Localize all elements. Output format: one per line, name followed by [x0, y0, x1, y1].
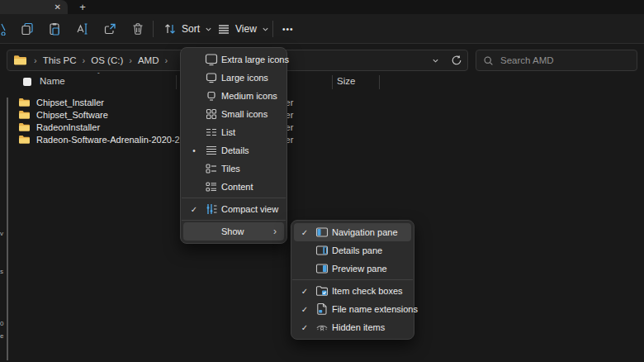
file-name: RadeonInstaller	[36, 122, 100, 132]
search-icon	[483, 55, 494, 66]
file-row[interactable]: Chipset_Software	[18, 108, 108, 121]
hidden-items-icon	[312, 321, 332, 334]
content-icon	[201, 180, 221, 193]
breadcrumb-amd[interactable]: AMD	[135, 55, 162, 65]
column-divider[interactable]	[379, 75, 380, 89]
large-icons-icon	[201, 71, 221, 84]
refresh-icon[interactable]	[451, 55, 462, 66]
sort-button[interactable]: Sort	[159, 18, 217, 40]
menu-item-list[interactable]: List	[183, 123, 284, 141]
file-name: Chipset_Installer	[36, 98, 104, 107]
details-pane-icon	[312, 244, 332, 257]
breadcrumb-sep-icon: ›	[31, 55, 40, 65]
view-label: View	[235, 23, 257, 35]
delete-icon[interactable]	[131, 22, 144, 36]
checkmark-icon: ✓	[297, 305, 312, 314]
breadcrumb-sep-icon: ›	[125, 55, 135, 65]
toolbar-separator	[153, 21, 154, 37]
folder-icon	[13, 55, 27, 66]
share-icon[interactable]	[103, 22, 116, 36]
show-submenu: ✓ Navigation pane Details pane Preview p…	[291, 220, 414, 340]
folder-icon	[18, 98, 31, 107]
command-toolbar: Sort View •••	[0, 14, 644, 44]
copy-icon[interactable]	[21, 22, 34, 36]
column-divider[interactable]	[332, 75, 333, 89]
file-row[interactable]: Radeon-Software-Adrenalin-2020-21.1...	[18, 133, 200, 145]
menu-item-content[interactable]: Content	[183, 178, 284, 196]
checkmark-icon: ✓	[297, 287, 312, 296]
submenu-item-preview-pane[interactable]: Preview pane	[294, 260, 411, 278]
toolbar-separator	[272, 21, 273, 37]
menu-item-tiles[interactable]: Tiles	[183, 160, 284, 178]
checkmark-icon: ✓	[187, 205, 201, 214]
checkmark-icon: ✓	[297, 228, 312, 237]
medium-icons-icon	[201, 89, 221, 102]
preview-pane-icon	[312, 262, 332, 275]
search-input[interactable]	[500, 55, 624, 65]
breadcrumb-sep-icon: ›	[161, 55, 171, 65]
item-check-boxes-icon	[312, 284, 332, 298]
nav-pane-fragment: v	[0, 230, 3, 237]
file-row[interactable]: Chipset_Installer	[18, 96, 104, 108]
more-options-button[interactable]: •••	[277, 18, 299, 40]
details-icon	[201, 144, 221, 157]
view-lines-icon	[217, 22, 230, 36]
column-header-size[interactable]: Size	[337, 76, 355, 86]
chevron-down-icon	[262, 26, 269, 33]
menu-separator	[182, 220, 286, 221]
file-name: Chipset_Software	[36, 110, 108, 120]
file-name-extensions-icon	[312, 302, 332, 316]
nav-pane-fragment: 0	[0, 320, 3, 327]
chevron-down-icon	[205, 26, 212, 33]
rename-icon[interactable]	[76, 22, 89, 36]
breadcrumb-sep-icon: ›	[79, 55, 89, 65]
file-name: Radeon-Software-Adrenalin-2020-21.1...	[36, 135, 200, 145]
cut-icon[interactable]	[0, 22, 7, 36]
menu-separator	[292, 279, 413, 280]
search-container[interactable]	[476, 50, 637, 71]
nav-pane-fragment: s	[0, 268, 3, 275]
menu-item-medium-icons[interactable]: Medium icons	[183, 87, 284, 105]
sort-arrows-icon	[163, 22, 177, 36]
nav-pane-scrollbar[interactable]	[7, 98, 8, 360]
sort-ascending-icon: ˆ	[97, 71, 100, 79]
submenu-item-item-check-boxes[interactable]: ✓ Item check boxes	[294, 282, 411, 300]
address-dropdown-icon[interactable]	[432, 57, 439, 64]
breadcrumb-this-pc[interactable]: This PC	[40, 55, 79, 65]
small-icons-icon	[201, 107, 221, 121]
column-header-name[interactable]: Name	[40, 76, 65, 86]
submenu-item-navigation-pane[interactable]: ✓ Navigation pane	[294, 223, 411, 241]
breadcrumb-os-c[interactable]: OS (C:)	[88, 55, 125, 65]
extra-large-icons-icon	[201, 53, 221, 66]
column-divider[interactable]	[176, 75, 177, 89]
nav-pane-fragment: e	[0, 332, 3, 340]
menu-item-small-icons[interactable]: Small icons	[183, 105, 284, 123]
file-row[interactable]: RadeonInstaller	[18, 121, 100, 133]
explorer-tab[interactable]: ✕	[0, 0, 68, 14]
submenu-item-hidden-items[interactable]: ✓ Hidden items	[294, 318, 411, 336]
paste-icon[interactable]	[48, 22, 61, 36]
menu-item-extra-large-icons[interactable]: Extra large icons	[183, 50, 284, 69]
view-button[interactable]: View	[212, 18, 274, 40]
view-dropdown-menu: Extra large icons Large icons Medium ico…	[180, 47, 287, 244]
menu-separator	[182, 198, 286, 198]
menu-item-large-icons[interactable]: Large icons	[183, 69, 284, 87]
folder-icon	[18, 122, 31, 132]
folder-icon	[18, 135, 31, 145]
navigation-pane-icon	[312, 226, 332, 239]
menu-item-compact-view[interactable]: ✓ Compact view	[183, 200, 284, 218]
titlebar: ✕ +	[0, 0, 644, 14]
column-header-row: Name ˆ Size	[8, 74, 644, 91]
submenu-item-details-pane[interactable]: Details pane	[294, 241, 411, 260]
new-tab-button[interactable]: +	[74, 1, 91, 13]
submenu-chevron-icon: ›	[273, 226, 277, 237]
select-all-checkbox[interactable]	[23, 78, 31, 86]
folder-icon	[18, 110, 31, 120]
tab-close-icon[interactable]: ✕	[54, 3, 61, 12]
checkmark-icon: ✓	[297, 323, 312, 332]
menu-item-show[interactable]: Show ›	[183, 222, 284, 241]
tiles-icon	[201, 162, 221, 175]
menu-item-details[interactable]: • Details	[183, 141, 284, 160]
sort-label: Sort	[182, 23, 200, 35]
submenu-item-file-name-extensions[interactable]: ✓ File name extensions	[294, 300, 411, 318]
